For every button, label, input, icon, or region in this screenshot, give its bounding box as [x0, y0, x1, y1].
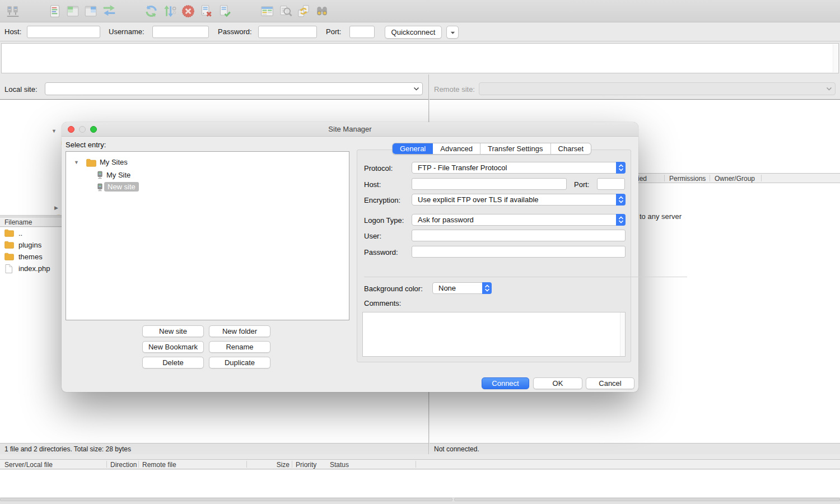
directory-comparison-icon[interactable] — [260, 4, 274, 18]
ok-button[interactable]: OK — [533, 377, 582, 389]
priority-column-header[interactable]: Priority — [296, 461, 316, 469]
synchronized-browsing-icon[interactable] — [102, 4, 116, 18]
duplicate-button[interactable]: Duplicate — [209, 357, 270, 368]
folder-icon — [4, 241, 14, 249]
tree-item-new-site[interactable]: New site — [66, 182, 349, 192]
stepper-icon — [616, 214, 626, 226]
size-column-header[interactable]: Size — [256, 461, 290, 469]
local-status-bar: 1 file and 2 directories. Total size: 28… — [0, 443, 428, 454]
disclosure-open-icon[interactable]: ▼ — [74, 160, 79, 165]
encryption-value: Use explicit FTP over TLS if available — [418, 195, 539, 204]
tree-item-my-sites[interactable]: ▼ My Sites — [66, 157, 349, 167]
background-color-select[interactable]: None — [432, 282, 492, 294]
sm-port-label: Port: — [574, 180, 589, 189]
process-queue-icon[interactable] — [162, 4, 177, 18]
quick-username-input[interactable] — [152, 26, 209, 38]
tab-transfer-settings[interactable]: Transfer Settings — [480, 143, 551, 154]
quick-password-input[interactable] — [258, 26, 317, 38]
refresh-icon[interactable] — [144, 4, 158, 18]
connect-button[interactable]: Connect — [482, 377, 529, 389]
not-connected-message: to any server — [640, 212, 682, 221]
dialog-title: Site Manager — [62, 125, 638, 133]
quickconnect-bar: Host: Username: Password: Port: Quickcon… — [0, 23, 840, 41]
username-label: Username: — [109, 27, 144, 36]
quick-host-input[interactable] — [27, 26, 100, 38]
synchronize-icon[interactable] — [296, 4, 311, 18]
bottom-strip — [0, 497, 840, 504]
new-folder-button[interactable]: New folder — [209, 325, 270, 337]
remote-site-combo — [479, 82, 836, 95]
quick-port-input[interactable] — [349, 26, 375, 38]
tree-item-my-site[interactable]: My Site — [66, 170, 349, 180]
toggle-remote-tree-icon[interactable] — [83, 4, 98, 18]
stepper-icon — [616, 194, 626, 206]
new-bookmark-button[interactable]: New Bookmark — [142, 341, 204, 353]
folder-icon — [86, 158, 96, 167]
toggle-local-tree-icon[interactable] — [66, 4, 80, 18]
chevron-down-icon — [826, 87, 832, 91]
quickconnect-button[interactable]: Quickconnect — [385, 26, 442, 39]
search-icon[interactable] — [315, 4, 329, 18]
reconnect-icon[interactable] — [217, 4, 232, 18]
encryption-select[interactable]: Use explicit FTP over TLS if available — [412, 194, 626, 206]
disclosure-open-icon[interactable]: ▼ — [52, 128, 57, 134]
new-site-button[interactable]: New site — [142, 325, 204, 337]
tab-advanced[interactable]: Advanced — [433, 143, 480, 154]
tab-general[interactable]: General — [393, 143, 433, 154]
stepper-icon — [616, 162, 626, 174]
disclosure-closed-icon[interactable]: ▶ — [54, 205, 58, 211]
encryption-label: Encryption: — [364, 196, 400, 204]
chevron-down-icon — [450, 31, 455, 35]
logon-type-select[interactable]: Ask for password — [412, 214, 626, 226]
sm-password-label: Password: — [364, 248, 398, 256]
select-entry-label: Select entry: — [66, 141, 106, 149]
direction-column-header[interactable]: Direction — [110, 461, 137, 469]
toggle-message-log-icon[interactable] — [48, 4, 62, 18]
form-divider — [364, 277, 687, 277]
queue-header: Server/Local file Direction Remote file … — [0, 459, 840, 469]
comments-scrollbar[interactable] — [620, 312, 625, 356]
local-site-combo[interactable] — [45, 82, 423, 95]
sm-host-input[interactable] — [412, 178, 567, 190]
filename-column-header[interactable]: Filename — [4, 218, 32, 226]
tree-item-label: My Site — [106, 171, 130, 179]
file-icon — [4, 264, 13, 273]
quickconnect-dropdown-button[interactable] — [446, 26, 459, 39]
host-label: Host: — [4, 27, 21, 36]
owner-group-column-header[interactable]: Owner/Group — [715, 175, 755, 183]
user-input[interactable] — [412, 230, 626, 241]
disconnect-icon[interactable] — [199, 4, 213, 18]
file-name: index.php — [18, 264, 50, 273]
transfer-queue: Server/Local file Direction Remote file … — [0, 455, 840, 504]
protocol-select[interactable]: FTP - File Transfer Protocol — [412, 162, 626, 174]
file-name: themes — [18, 253, 43, 261]
remote-site-label: Remote site: — [434, 85, 475, 94]
tab-charset[interactable]: Charset — [551, 143, 591, 154]
queue-body — [0, 470, 840, 497]
stepper-icon — [482, 282, 492, 294]
message-log-scrollbar[interactable] — [833, 44, 838, 72]
permissions-column-header[interactable]: Permissions — [669, 175, 706, 183]
remote-file-column-header[interactable]: Remote file — [142, 461, 176, 469]
comments-textarea[interactable] — [362, 312, 626, 357]
protocol-label: Protocol: — [364, 164, 393, 172]
protocol-value: FTP - File Transfer Protocol — [418, 164, 507, 172]
sm-port-input[interactable] — [597, 178, 625, 190]
rename-button[interactable]: Rename — [209, 341, 270, 353]
password-label: Password: — [218, 27, 252, 36]
remote-status-text: Not connected. — [434, 445, 479, 453]
delete-button[interactable]: Delete — [142, 357, 204, 368]
cancel-button[interactable]: Cancel — [586, 377, 634, 389]
server-icon — [96, 183, 104, 192]
find-files-icon[interactable] — [278, 4, 293, 18]
background-color-label: Background color: — [364, 284, 423, 293]
site-manager-icon[interactable] — [6, 4, 20, 18]
cancel-operation-icon[interactable] — [181, 4, 195, 18]
folder-icon — [4, 229, 14, 237]
dialog-title-bar[interactable]: Site Manager — [62, 122, 638, 137]
sm-password-input[interactable] — [412, 246, 626, 258]
logon-type-label: Logon Type: — [364, 216, 404, 225]
file-name: plugins — [18, 241, 41, 249]
server-local-file-column-header[interactable]: Server/Local file — [4, 461, 53, 469]
status-column-header[interactable]: Status — [330, 461, 349, 469]
